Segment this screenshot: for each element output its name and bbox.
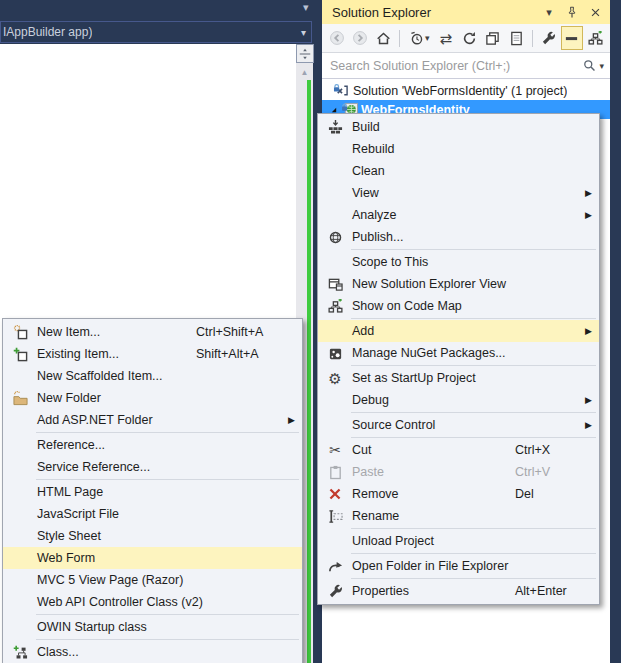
- existing-item-icon: [7, 347, 33, 362]
- menu-shortcut: Ctrl+X: [515, 443, 579, 457]
- pin-icon[interactable]: [565, 5, 579, 19]
- properties-button[interactable]: [537, 26, 559, 50]
- pending-changes-filter-button[interactable]: ▾: [405, 26, 434, 50]
- menu-item-paste: PasteCtrl+V: [318, 461, 599, 483]
- menu-item-clean[interactable]: Clean: [318, 160, 599, 182]
- menu-item-publish[interactable]: Publish...: [318, 226, 599, 248]
- menu-item-unload-project[interactable]: Unload Project: [318, 530, 599, 552]
- menu-item-label: Existing Item...: [37, 347, 119, 361]
- menu-item-label: Rename: [352, 509, 399, 523]
- menu-item-build[interactable]: Build: [318, 116, 599, 138]
- menu-item-cut[interactable]: ✂CutCtrl+X: [318, 439, 599, 461]
- menu-item-new-scaffolded-item[interactable]: New Scaffolded Item...: [3, 365, 302, 387]
- close-icon[interactable]: [588, 5, 602, 19]
- menu-item-view[interactable]: View▶: [318, 182, 599, 204]
- menu-item-service-reference[interactable]: Service Reference...: [3, 456, 302, 478]
- splitter-handle[interactable]: [296, 44, 314, 63]
- menu-separator: [351, 365, 596, 366]
- solution-icon: [332, 83, 350, 98]
- new-folder-icon: [7, 391, 33, 406]
- menu-item-debug[interactable]: Debug▶: [318, 389, 599, 411]
- menu-item-reference[interactable]: Reference...: [3, 434, 302, 456]
- gear-icon: ⚙: [322, 371, 348, 386]
- menu-item-label: MVC 5 View Page (Razor): [37, 573, 183, 587]
- vs-window: { "colors": { "navy": "#293955", "title_…: [0, 0, 621, 663]
- menu-item-rebuild[interactable]: Rebuild: [318, 138, 599, 160]
- toolbar-separator: [532, 30, 533, 47]
- menu-shortcut: Ctrl+V: [515, 465, 579, 479]
- method-dropdown[interactable]: IAppBuilder app) ▾: [0, 21, 312, 43]
- submenu-arrow-icon: ▶: [288, 415, 295, 425]
- menu-separator: [36, 432, 299, 433]
- show-all-files-button[interactable]: [561, 26, 583, 50]
- menu-item-class[interactable]: Class...: [3, 641, 302, 663]
- new-view-icon: [322, 277, 348, 292]
- sync-with-active-document-button[interactable]: ⇄: [435, 26, 457, 50]
- menu-item-web-api-controller-class-v2[interactable]: Web API Controller Class (v2): [3, 591, 302, 613]
- menu-item-label: Remove: [352, 487, 399, 501]
- menu-item-label: Build: [352, 120, 380, 134]
- new-solution-explorer-view-button[interactable]: [584, 26, 606, 50]
- submenu-arrow-icon: ▶: [585, 326, 592, 336]
- scroll-up-arrow-icon[interactable]: ▲: [296, 68, 313, 77]
- preview-selected-items-button[interactable]: [505, 26, 527, 50]
- menu-item-label: Clean: [352, 164, 385, 178]
- menu-item-label: New Scaffolded Item...: [37, 369, 163, 383]
- menu-item-properties[interactable]: PropertiesAlt+Enter: [318, 580, 599, 602]
- menu-item-rename[interactable]: Rename: [318, 505, 599, 527]
- menu-item-manage-nuget-packages[interactable]: Manage NuGet Packages...: [318, 342, 599, 364]
- menu-item-mvc-5-view-page-razor[interactable]: MVC 5 View Page (Razor): [3, 569, 302, 591]
- menu-item-new-item[interactable]: New Item...Ctrl+Shift+A: [3, 321, 302, 343]
- menu-item-label: New Folder: [37, 391, 101, 405]
- menu-item-html-page[interactable]: HTML Page: [3, 481, 302, 503]
- menu-item-analyze[interactable]: Analyze▶: [318, 204, 599, 226]
- menu-item-label: Reference...: [37, 438, 105, 452]
- menu-item-label: Web API Controller Class (v2): [37, 595, 203, 609]
- menu-item-label: Class...: [37, 645, 79, 659]
- menu-shortcut: Ctrl+Shift+A: [196, 325, 282, 339]
- splitter-icon: [299, 48, 311, 60]
- menu-item-web-form[interactable]: Web Form: [3, 547, 302, 569]
- menu-item-label: Source Control: [352, 418, 435, 432]
- menu-item-source-control[interactable]: Source Control▶: [318, 414, 599, 436]
- menu-item-show-on-code-map[interactable]: Show on Code Map: [318, 295, 599, 317]
- menu-item-owin-startup-class[interactable]: OWIN Startup class: [3, 616, 302, 638]
- menu-item-open-folder-in-file-explorer[interactable]: Open Folder in File Explorer: [318, 555, 599, 577]
- search-input[interactable]: [322, 59, 583, 73]
- menu-item-add[interactable]: Add▶: [318, 320, 599, 342]
- menu-item-new-folder[interactable]: New Folder: [3, 387, 302, 409]
- menu-item-add-asp-net-folder[interactable]: Add ASP.NET Folder▶: [3, 409, 302, 431]
- search-controls[interactable]: ▾: [583, 59, 610, 72]
- menu-item-label: Set as StartUp Project: [352, 371, 476, 385]
- new-item-icon: [7, 325, 33, 340]
- tree-item-solution-webformsidentity-1-project[interactable]: Solution 'WebFormsIdentity' (1 project): [322, 81, 610, 100]
- code-map-icon: [322, 299, 348, 314]
- submenu-arrow-icon: ▶: [585, 420, 592, 430]
- cut-icon: ✂: [322, 443, 348, 457]
- menu-item-label: Open Folder in File Explorer: [352, 559, 508, 573]
- menu-item-label: Properties: [352, 584, 409, 598]
- tree-item-label: Solution 'WebFormsIdentity' (1 project): [353, 84, 567, 98]
- add-submenu: New Item...Ctrl+Shift+AExisting Item...S…: [2, 318, 303, 663]
- chevron-down-icon[interactable]: ▾: [542, 5, 556, 19]
- menu-item-remove[interactable]: RemoveDel: [318, 483, 599, 505]
- menu-item-set-as-startup-project[interactable]: ⚙Set as StartUp Project: [318, 367, 599, 389]
- panel-title: Solution Explorer: [322, 5, 431, 20]
- home-button[interactable]: [372, 26, 394, 50]
- menu-item-javascript-file[interactable]: JavaScript File: [3, 503, 302, 525]
- toolbar-separator: [399, 30, 400, 47]
- class-icon: [7, 645, 33, 660]
- collapse-all-button[interactable]: [481, 26, 503, 50]
- menu-item-new-solution-explorer-view[interactable]: New Solution Explorer View: [318, 273, 599, 295]
- menu-separator: [351, 412, 596, 413]
- menu-item-existing-item[interactable]: Existing Item...Shift+Alt+A: [3, 343, 302, 365]
- menu-item-scope-to-this[interactable]: Scope to This: [318, 251, 599, 273]
- menu-item-label: Scope to This: [352, 255, 428, 269]
- tab-well-chevron-icon[interactable]: ▾: [303, 1, 309, 14]
- submenu-arrow-icon: ▶: [585, 395, 592, 405]
- menu-item-label: Publish...: [352, 230, 403, 244]
- menu-item-style-sheet[interactable]: Style Sheet: [3, 525, 302, 547]
- menu-shortcut: Alt+Enter: [515, 584, 579, 598]
- solution-explorer-title-bar: Solution Explorer ▾: [322, 0, 610, 24]
- refresh-button[interactable]: [458, 26, 480, 50]
